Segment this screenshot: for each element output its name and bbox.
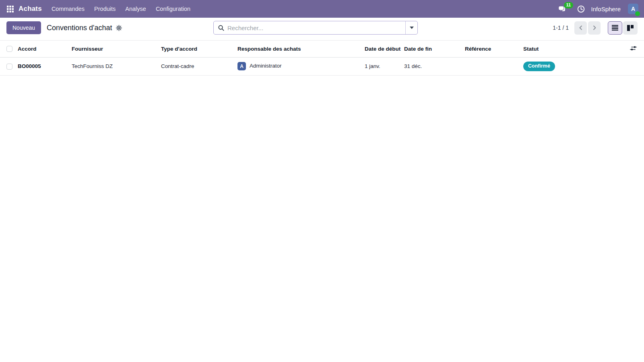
pager-counter[interactable]: 1-1 / 1 — [553, 25, 569, 31]
column-header-type-accord[interactable]: Type d'accord — [161, 41, 237, 58]
message-count-badge: 11 — [564, 2, 573, 8]
company-switcher[interactable]: InfoSphere — [591, 6, 621, 12]
cell-accord[interactable]: BO00005 — [18, 58, 72, 76]
list-view-icon — [612, 25, 618, 31]
column-header-responsable[interactable]: Responsable des achats — [237, 41, 365, 58]
column-header-date-fin[interactable]: Date de fin — [404, 41, 465, 58]
search-input[interactable] — [227, 24, 405, 32]
control-panel-right: 1-1 / 1 — [553, 21, 638, 35]
search-icon — [214, 25, 227, 31]
optional-columns-icon[interactable] — [630, 45, 637, 52]
menu-analyse[interactable]: Analyse — [120, 0, 151, 18]
online-status-dot — [635, 11, 640, 16]
list-view-button[interactable] — [608, 21, 622, 35]
table-row[interactable]: BO00005 TechFourniss DZ Contrat-cadre AA… — [0, 58, 644, 76]
search-bar — [213, 21, 418, 35]
pager-next-button[interactable] — [588, 21, 601, 35]
cell-responsable[interactable]: AAdministrator — [237, 58, 365, 76]
cell-type-accord[interactable]: Contrat-cadre — [161, 58, 237, 76]
user-avatar[interactable]: A — [628, 4, 638, 14]
cell-statut[interactable]: Confirmé — [523, 58, 621, 76]
cell-fournisseur[interactable]: TechFourniss DZ — [72, 58, 161, 76]
column-header-statut[interactable]: Statut — [523, 41, 621, 58]
top-navbar: Achats Commandes Produits Analyse Config… — [0, 0, 644, 18]
menu-commandes[interactable]: Commandes — [47, 0, 89, 18]
new-button[interactable]: Nouveau — [6, 21, 41, 34]
view-switcher — [608, 21, 638, 35]
kanban-view-icon — [627, 25, 634, 31]
menu-produits[interactable]: Produits — [89, 0, 120, 18]
activities-clock-icon[interactable] — [577, 5, 585, 13]
column-header-reference[interactable]: Référence — [465, 41, 523, 58]
control-panel: Nouveau Conventions d'achat 1-1 / 1 — [0, 18, 644, 38]
messages-icon[interactable]: 11 — [558, 5, 568, 13]
responsable-name: Administrator — [250, 63, 282, 69]
main-menu: Commandes Produits Analyse Configuration — [47, 0, 195, 18]
column-header-date-debut[interactable]: Date de début — [365, 41, 404, 58]
list-view: Accord Fournisseur Type d'accord Respons… — [0, 40, 644, 76]
column-header-fournisseur[interactable]: Fournisseur — [72, 41, 161, 58]
systray: 11 InfoSphere A — [558, 4, 638, 14]
cell-date-debut[interactable]: 1 janv. — [365, 58, 404, 76]
app-name[interactable]: Achats — [19, 5, 42, 13]
search-dropdown-caret-icon[interactable] — [405, 21, 417, 34]
menu-configuration[interactable]: Configuration — [151, 0, 195, 18]
select-all-checkbox[interactable] — [6, 46, 12, 52]
table-header-row: Accord Fournisseur Type d'accord Respons… — [0, 41, 644, 58]
cell-reference[interactable] — [465, 58, 523, 76]
pager-buttons — [574, 21, 601, 35]
pager-previous-button[interactable] — [574, 21, 587, 35]
avatar-initial: A — [631, 6, 635, 12]
cell-date-fin[interactable]: 31 déc. — [404, 58, 465, 76]
status-badge: Confirmé — [523, 62, 555, 71]
column-header-accord[interactable]: Accord — [18, 41, 72, 58]
apps-grid-icon[interactable] — [3, 2, 17, 16]
row-checkbox[interactable] — [6, 64, 12, 70]
view-settings-gear-icon[interactable] — [115, 24, 123, 32]
kanban-view-button[interactable] — [623, 21, 638, 35]
page-title: Conventions d'achat — [47, 24, 112, 32]
responsable-avatar: A — [237, 62, 246, 70]
